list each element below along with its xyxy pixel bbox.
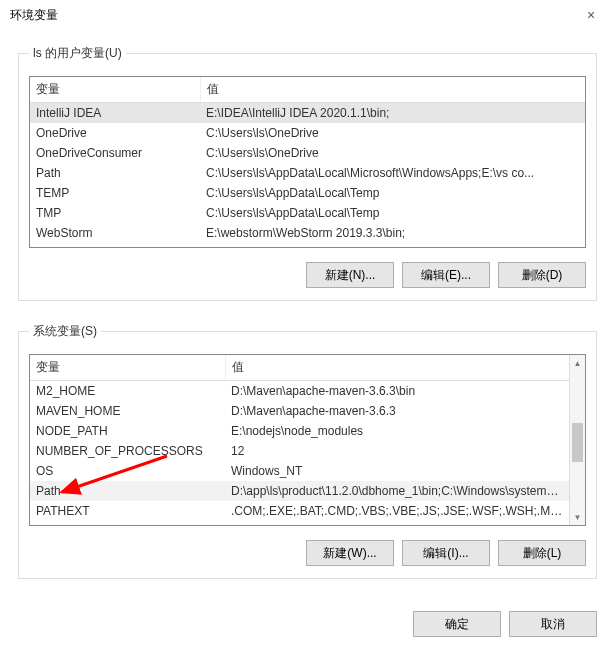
user-variables-group: ls 的用户变量(U) 变量 值 IntelliJ IDEAE:\IDEA\In…	[18, 45, 597, 301]
table-row[interactable]: OneDriveC:\Users\ls\OneDrive	[30, 123, 585, 143]
column-header-variable[interactable]: 变量	[30, 355, 225, 381]
sys-delete-button[interactable]: 删除(L)	[498, 540, 586, 566]
variable-name: OneDriveConsumer	[30, 143, 200, 163]
table-row[interactable]: PathC:\Users\ls\AppData\Local\Microsoft\…	[30, 163, 585, 183]
table-row[interactable]: NUMBER_OF_PROCESSORS12	[30, 441, 569, 461]
column-header-value[interactable]: 值	[225, 355, 569, 381]
variable-name: M2_HOME	[30, 381, 225, 402]
system-variables-group: 系统变量(S) 变量 值 M2_HOMED:\Maven\apache-mave…	[18, 323, 597, 579]
close-icon: ×	[587, 7, 595, 23]
table-row[interactable]: PATHEXT.COM;.EXE;.BAT;.CMD;.VBS;.VBE;.JS…	[30, 501, 569, 521]
titlebar: 环境变量 ×	[0, 0, 615, 30]
variable-value: Windows_NT	[225, 461, 569, 481]
user-delete-button[interactable]: 删除(D)	[498, 262, 586, 288]
variable-name: NUMBER_OF_PROCESSORS	[30, 441, 225, 461]
table-row[interactable]: OneDriveConsumerC:\Users\ls\OneDrive	[30, 143, 585, 163]
sys-edit-button[interactable]: 编辑(I)...	[402, 540, 490, 566]
variable-value: C:\Users\ls\AppData\Local\Temp	[200, 203, 585, 223]
user-variables-legend: ls 的用户变量(U)	[29, 45, 126, 62]
table-row[interactable]: WebStormE:\webstorm\WebStorm 2019.3.3\bi…	[30, 223, 585, 243]
variable-value: D:\app\ls\product\11.2.0\dbhome_1\bin;C:…	[225, 481, 569, 501]
sys-new-button[interactable]: 新建(W)...	[306, 540, 394, 566]
scrollbar[interactable]: ▲ ▼	[569, 355, 585, 525]
variable-name: WebStorm	[30, 223, 200, 243]
table-row[interactable]: NODE_PATHE:\nodejs\node_modules	[30, 421, 569, 441]
user-edit-button[interactable]: 编辑(E)...	[402, 262, 490, 288]
column-header-value[interactable]: 值	[200, 77, 585, 103]
table-row[interactable]: OSWindows_NT	[30, 461, 569, 481]
system-variables-table[interactable]: 变量 值 M2_HOMED:\Maven\apache-maven-3.6.3\…	[29, 354, 586, 526]
variable-value: C:\Users\ls\OneDrive	[200, 143, 585, 163]
variable-name: NODE_PATH	[30, 421, 225, 441]
window-title: 环境变量	[10, 7, 58, 24]
variable-name: OneDrive	[30, 123, 200, 143]
cancel-button[interactable]: 取消	[509, 611, 597, 637]
scroll-up-arrow[interactable]: ▲	[570, 355, 586, 371]
table-row[interactable]: M2_HOMED:\Maven\apache-maven-3.6.3\bin	[30, 381, 569, 402]
scroll-down-arrow[interactable]: ▼	[570, 509, 586, 525]
variable-value: E:\IDEA\IntelliJ IDEA 2020.1.1\bin;	[200, 103, 585, 124]
table-row[interactable]: MAVEN_HOMED:\Maven\apache-maven-3.6.3	[30, 401, 569, 421]
user-variables-table[interactable]: 变量 值 IntelliJ IDEAE:\IDEA\IntelliJ IDEA …	[29, 76, 586, 248]
variable-value: C:\Users\ls\AppData\Local\Temp	[200, 183, 585, 203]
variable-name: IntelliJ IDEA	[30, 103, 200, 124]
table-row[interactable]: TEMPC:\Users\ls\AppData\Local\Temp	[30, 183, 585, 203]
variable-name: TEMP	[30, 183, 200, 203]
variable-name: PATHEXT	[30, 501, 225, 521]
close-button[interactable]: ×	[571, 0, 611, 30]
variable-value: C:\Users\ls\AppData\Local\Microsoft\Wind…	[200, 163, 585, 183]
table-row[interactable]: TMPC:\Users\ls\AppData\Local\Temp	[30, 203, 585, 223]
table-row[interactable]: IntelliJ IDEAE:\IDEA\IntelliJ IDEA 2020.…	[30, 103, 585, 124]
variable-value: D:\Maven\apache-maven-3.6.3	[225, 401, 569, 421]
variable-name: Path	[30, 481, 225, 501]
column-header-variable[interactable]: 变量	[30, 77, 200, 103]
variable-name: Path	[30, 163, 200, 183]
variable-value: 12	[225, 441, 569, 461]
variable-value: .COM;.EXE;.BAT;.CMD;.VBS;.VBE;.JS;.JSE;.…	[225, 501, 569, 521]
system-variables-legend: 系统变量(S)	[29, 323, 101, 340]
variable-value: C:\Users\ls\OneDrive	[200, 123, 585, 143]
variable-name: OS	[30, 461, 225, 481]
scroll-track[interactable]	[570, 371, 585, 509]
variable-value: D:\Maven\apache-maven-3.6.3\bin	[225, 381, 569, 402]
variable-value: E:\webstorm\WebStorm 2019.3.3\bin;	[200, 223, 585, 243]
variable-name: MAVEN_HOME	[30, 401, 225, 421]
variable-name: TMP	[30, 203, 200, 223]
user-new-button[interactable]: 新建(N)...	[306, 262, 394, 288]
ok-button[interactable]: 确定	[413, 611, 501, 637]
scroll-thumb[interactable]	[572, 423, 583, 462]
variable-value: E:\nodejs\node_modules	[225, 421, 569, 441]
table-row[interactable]: PathD:\app\ls\product\11.2.0\dbhome_1\bi…	[30, 481, 569, 501]
